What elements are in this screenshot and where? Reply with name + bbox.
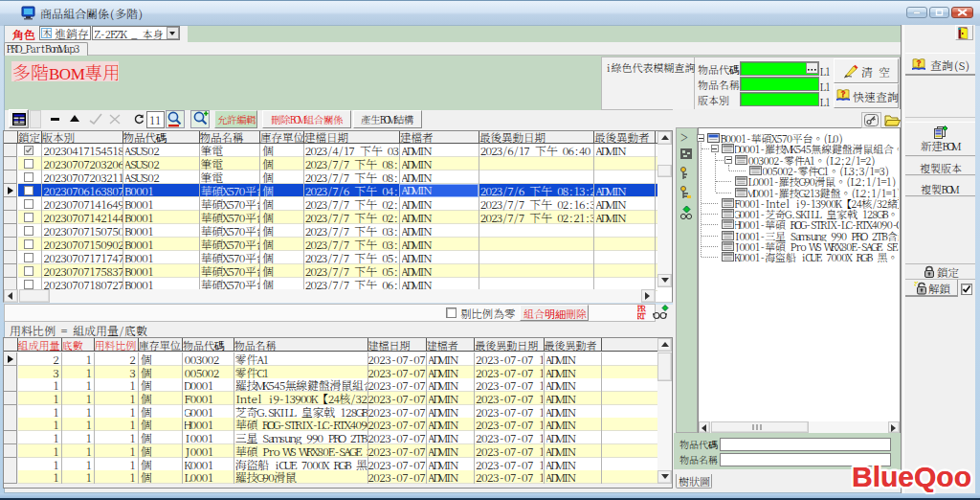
svg-text:BlueQoo: BlueQoo [852,462,971,492]
svg-text:?: ? [916,58,922,68]
svg-text:?: ? [840,89,846,99]
